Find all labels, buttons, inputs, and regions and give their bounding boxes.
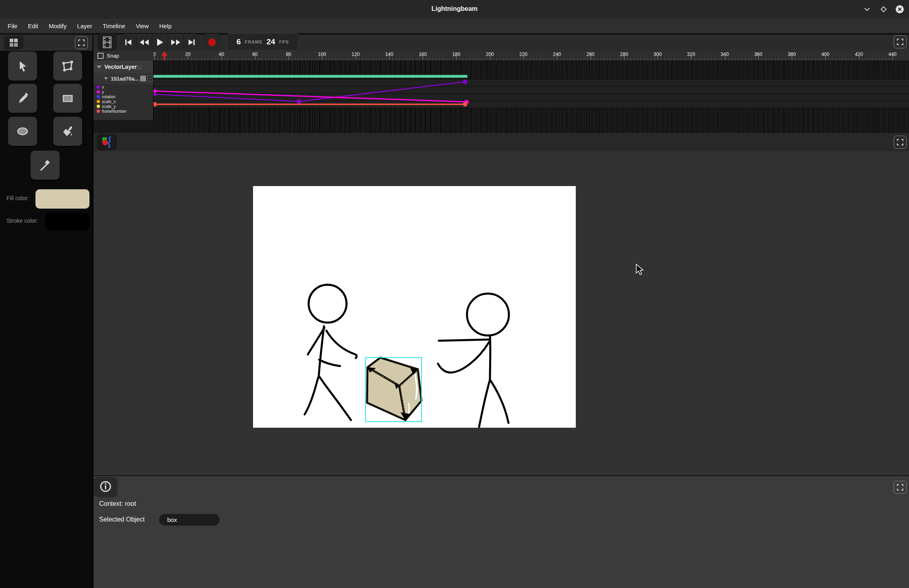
property-row-y[interactable]: y [93, 89, 153, 94]
layer-row-vectorlayer[interactable]: VectorLayer[L] [93, 61, 153, 73]
timeline-fullscreen-button[interactable] [894, 35, 907, 48]
tool-panel: Fill color: Stroke color: [0, 35, 93, 588]
stroke-color-swatch[interactable] [45, 213, 89, 230]
fullscreen-icon [897, 139, 903, 145]
layer-name: VectorLayer [104, 64, 137, 70]
keyframe-dot-x [463, 80, 467, 84]
rewind-icon [139, 39, 149, 46]
pencil-tool-button[interactable] [8, 84, 37, 113]
eyedropper-icon [37, 157, 53, 173]
stroke-color-label: Stroke color: [6, 217, 38, 224]
paint-bucket-tool-button[interactable] [53, 117, 82, 146]
property-row-rotation[interactable]: rotation [93, 94, 153, 99]
shapes-logo-icon [101, 136, 113, 148]
ellipse-tool-button[interactable] [8, 117, 37, 146]
property-name: frameNumber [102, 109, 127, 114]
timeline-panel: 6 FRAME 24 FPS 0204060801001201401601802… [93, 35, 909, 133]
pencil-icon [15, 91, 30, 106]
menu-item-modify[interactable]: Modify [44, 23, 72, 29]
ellipse-icon [15, 124, 30, 139]
film-button[interactable] [98, 34, 117, 51]
play-button[interactable] [152, 34, 168, 51]
tool-panel-fullscreen-button[interactable] [75, 36, 88, 49]
info-button[interactable] [94, 477, 117, 496]
title-bar: Lightningbeam [0, 0, 909, 19]
menu-bar: FileEditModifyLayerTimelineViewHelp [0, 19, 909, 34]
property-color-dot [97, 110, 100, 113]
canvas-mode-button[interactable] [97, 134, 117, 150]
menu-item-timeline[interactable]: Timeline [98, 23, 131, 29]
fps-value: 24 [267, 37, 275, 46]
menu-item-edit[interactable]: Edit [23, 23, 44, 29]
maximize-icon[interactable] [879, 4, 888, 14]
fast-forward-button[interactable] [168, 34, 184, 51]
property-color-dot [97, 90, 100, 93]
selected-object-input[interactable]: box [159, 514, 220, 526]
close-icon[interactable] [895, 4, 905, 14]
canvas-stage[interactable] [253, 186, 576, 428]
info-icon [100, 480, 112, 493]
rectangle-tool-button[interactable] [53, 84, 82, 113]
property-color-dot [97, 95, 100, 98]
panel-grid-button[interactable] [4, 36, 23, 50]
collapse-caret-icon[interactable] [104, 77, 108, 80]
paint-bucket-icon [60, 124, 75, 139]
timeline-ruler[interactable]: 0204060801001201401601802002202402602803… [93, 51, 909, 60]
canvas-fullscreen-button[interactable] [894, 136, 907, 149]
property-row-scale_y[interactable]: scale_y [93, 104, 153, 109]
layer-row-child[interactable]: 151ad70a... ~ [93, 73, 153, 84]
menu-item-file[interactable]: File [2, 23, 23, 29]
record-icon [208, 38, 216, 47]
canvas-panel [93, 133, 909, 475]
keyframe-dot-frameNumber [463, 102, 467, 107]
tool-panel-header [0, 35, 93, 51]
play-icon [156, 38, 164, 46]
menu-item-help[interactable]: Help [154, 23, 177, 29]
minimize-icon[interactable] [862, 4, 872, 14]
rectangle-icon [60, 91, 75, 106]
property-color-dot [97, 105, 100, 108]
curve-x [155, 82, 465, 101]
frame-value: 6 [237, 37, 241, 46]
ruler-ticks: 0204060801001201401601802002202402602803… [93, 51, 909, 60]
menu-item-view[interactable]: View [131, 23, 154, 29]
collapse-caret-icon[interactable] [97, 66, 102, 68]
layer-tree: VectorLayer[L] 151ad70a... ~ xyrotations… [93, 60, 154, 120]
layer-ease-button[interactable]: ~ [147, 76, 153, 81]
menu-item-layer[interactable]: Layer [72, 23, 98, 29]
film-strip-icon [103, 36, 112, 48]
fps-unit-label: FPS [279, 39, 289, 44]
property-name: y [102, 90, 104, 94]
grid-icon [9, 38, 19, 47]
rewind-button[interactable] [137, 34, 152, 51]
layer-visibility-button[interactable] [140, 76, 146, 81]
property-row-scale_x[interactable]: scale_x [93, 99, 153, 104]
window-title: Lightningbeam [0, 5, 909, 12]
skip-end-button[interactable] [184, 34, 199, 51]
record-button[interactable] [203, 34, 221, 51]
property-list: xyrotationscale_xscale_yframeNumber [93, 85, 153, 114]
fill-color-swatch[interactable] [35, 189, 89, 209]
property-row-x[interactable]: x [93, 85, 153, 89]
frame-unit-label: FRAME [245, 39, 262, 44]
eyedropper-tool-button[interactable] [31, 151, 60, 180]
app-window: Lightningbeam FileEditModifyLayerTimelin… [0, 0, 909, 588]
fullscreen-icon [78, 39, 85, 46]
inspector-panel: Context: root Selected Object box [93, 475, 909, 588]
playhead[interactable] [161, 51, 168, 60]
fill-color-label: Fill color: [6, 195, 29, 201]
property-row-frameNumber[interactable]: frameNumber [93, 109, 153, 114]
select-tool-button[interactable] [8, 52, 37, 81]
selected-object-label: Selected Object [99, 516, 145, 523]
fullscreen-icon [897, 484, 903, 491]
snap-checkbox[interactable] [98, 53, 104, 59]
mouse-cursor-icon [635, 264, 644, 277]
skip-start-button[interactable] [121, 34, 137, 51]
timeline-tracks[interactable]: VectorLayer[L] 151ad70a... ~ xyrotations… [93, 60, 909, 133]
transform-tool-button[interactable] [53, 52, 82, 81]
inspector-fullscreen-button[interactable] [894, 481, 907, 494]
context-text: Context: root [99, 500, 136, 507]
keyframe-dot-x [154, 93, 156, 96]
skip-start-icon [125, 39, 133, 46]
child-layer-name: 151ad70a... [111, 76, 139, 82]
